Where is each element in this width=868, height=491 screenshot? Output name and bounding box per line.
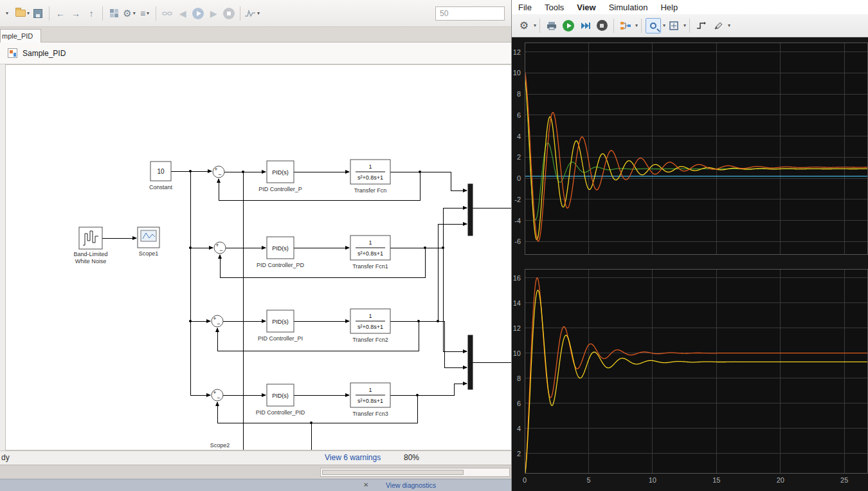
step-forward-icon bbox=[580, 21, 591, 30]
transfer-fcn2-block[interactable]: 1 s²+0.8s+1 Transfer Fcn2 bbox=[350, 309, 390, 343]
status-ready-text: dy bbox=[1, 453, 10, 462]
separator bbox=[539, 19, 540, 33]
y-tick-label: 12 bbox=[513, 48, 521, 56]
caret-icon: ▾ bbox=[683, 23, 686, 28]
pid-controller-pi-block[interactable]: PID(s) PID Controller_PI bbox=[258, 310, 303, 342]
model-tab[interactable]: mple_PID bbox=[0, 29, 41, 42]
menu-simulation[interactable]: Simulation bbox=[602, 0, 655, 14]
close-icon[interactable]: ✕ bbox=[363, 481, 368, 488]
breadcrumb-label[interactable]: Sample_PID bbox=[23, 49, 66, 58]
measurements-button[interactable] bbox=[710, 18, 726, 33]
scope-window: File Tools View Simulation Help ⚙ ▾ ▾ bbox=[511, 0, 868, 491]
zoom-level[interactable]: 80% bbox=[404, 453, 419, 462]
tf-denominator: s²+0.8s+1 bbox=[357, 324, 383, 330]
new-model-caret-icon[interactable]: ▾ bbox=[0, 5, 14, 22]
transfer-fcn-block[interactable]: 1 s²+0.8s+1 Transfer Fcn bbox=[350, 160, 390, 194]
sum-block-3[interactable]: + − bbox=[212, 315, 223, 327]
plus-sign: + bbox=[215, 242, 219, 248]
run-button[interactable] bbox=[191, 5, 205, 22]
tf-label: Transfer Fcn3 bbox=[352, 411, 388, 417]
save-button[interactable] bbox=[31, 5, 45, 22]
horizontal-scrollbar[interactable] bbox=[320, 468, 510, 477]
plus-sign: + bbox=[213, 315, 216, 322]
transfer-fcn3-block[interactable]: 1 s²+0.8s+1 Transfer Fcn3 bbox=[350, 383, 390, 417]
scope-plot-1[interactable]: -6-4-2024681012 bbox=[512, 40, 868, 259]
view-warnings-link[interactable]: View 6 warnings bbox=[325, 453, 381, 462]
plus-sign: + bbox=[214, 166, 217, 172]
zoom-button[interactable] bbox=[646, 18, 661, 33]
run-simulation-button[interactable] bbox=[561, 18, 576, 33]
pid-controller-pd-block[interactable]: PID(s) PID Controller_PD bbox=[257, 237, 305, 268]
step-forward-button[interactable]: ▶ bbox=[206, 5, 221, 22]
minus-sign: − bbox=[217, 320, 220, 327]
menu-help[interactable]: Help bbox=[654, 0, 684, 14]
snapshot-button[interactable] bbox=[544, 18, 559, 33]
caret-icon: ▾ bbox=[663, 23, 665, 28]
pid-label: PID Controller_PID bbox=[256, 409, 305, 416]
model-explorer-button[interactable]: ≡ ▾ bbox=[138, 5, 152, 22]
open-button[interactable]: ▾ bbox=[15, 5, 30, 22]
model-canvas[interactable]: 10 Constant Band-Limited White Noise Sco… bbox=[5, 64, 511, 450]
menu-file[interactable]: File bbox=[512, 0, 538, 14]
separator bbox=[641, 19, 642, 33]
tf-numerator: 1 bbox=[368, 239, 372, 246]
stop-time-input[interactable] bbox=[435, 6, 505, 21]
sum-block-2[interactable]: + − bbox=[214, 242, 226, 254]
scrollbar-thumb[interactable] bbox=[322, 470, 464, 475]
sum-block-1[interactable]: + − bbox=[213, 166, 224, 178]
stop-icon bbox=[223, 8, 235, 19]
scope-display-1[interactable]: -6-4-2024681012 bbox=[512, 40, 868, 259]
step-forward-button[interactable] bbox=[577, 18, 593, 33]
play-icon bbox=[563, 20, 574, 32]
view-diagnostics-link[interactable]: View diagnostics bbox=[386, 481, 436, 489]
y-tick-label: 10 bbox=[513, 69, 521, 77]
scope-menu-bar: File Tools View Simulation Help bbox=[512, 0, 868, 14]
minus-sign: − bbox=[219, 247, 222, 254]
step-back-button[interactable]: ◀ bbox=[176, 5, 190, 22]
constant-label: Constant bbox=[149, 184, 173, 190]
caret-icon: ▾ bbox=[728, 23, 730, 28]
model-tab-label: mple_PID bbox=[2, 32, 33, 40]
separator bbox=[49, 6, 50, 21]
stop-button[interactable] bbox=[222, 5, 236, 22]
trigger-button[interactable] bbox=[694, 18, 709, 33]
pid-controller-pid-block[interactable]: PID(s) PID Controller_PID bbox=[256, 384, 305, 416]
caret-icon: ▾ bbox=[257, 10, 260, 16]
mux1-block[interactable] bbox=[468, 184, 473, 236]
update-diagram-button[interactable] bbox=[160, 5, 174, 22]
tf-numerator: 1 bbox=[368, 313, 372, 319]
scope1-block[interactable]: Scope1 bbox=[138, 227, 159, 257]
back-button[interactable]: ← bbox=[53, 5, 68, 22]
model-config-button[interactable]: ⚙ ▾ bbox=[122, 5, 136, 22]
white-noise-block[interactable]: Band-Limited White Noise bbox=[73, 227, 107, 264]
pen-icon bbox=[714, 21, 723, 30]
settings-gear-icon[interactable]: ⚙ bbox=[516, 18, 532, 33]
signal-selector-button[interactable] bbox=[618, 18, 633, 33]
pid-controller-p-block[interactable]: PID(s) PID Controller_P bbox=[258, 161, 302, 192]
scope-plot-2[interactable]: 2468101214160510152025 bbox=[512, 266, 868, 491]
caret-icon: ▾ bbox=[147, 10, 149, 16]
stop-simulation-button[interactable] bbox=[594, 18, 610, 33]
tf-denominator: s²+0.8s+1 bbox=[357, 398, 383, 404]
noise-label-line1: Band-Limited bbox=[73, 251, 107, 257]
y-tick-label: -6 bbox=[514, 237, 521, 245]
mux2-block[interactable] bbox=[468, 335, 473, 389]
fit-to-view-button[interactable] bbox=[666, 18, 682, 33]
caret-icon: ▾ bbox=[534, 23, 536, 28]
y-tick-label: 10 bbox=[513, 349, 521, 357]
up-button[interactable]: ↑ bbox=[84, 5, 98, 22]
transfer-fcn1-block[interactable]: 1 s²+0.8s+1 Transfer Fcn1 bbox=[350, 236, 390, 270]
constant-block[interactable]: 10 Constant bbox=[149, 162, 173, 190]
y-tick-label: -4 bbox=[514, 217, 521, 225]
x-tick-label: 20 bbox=[777, 476, 784, 484]
sum-block-4[interactable]: + − bbox=[212, 389, 223, 401]
scope-display-2[interactable]: 2468101214160510152025 bbox=[512, 266, 868, 491]
forward-button[interactable]: → bbox=[69, 5, 83, 22]
y-tick-label: 8 bbox=[517, 375, 521, 382]
simulation-display-button[interactable]: ▾ bbox=[244, 5, 260, 22]
menu-view[interactable]: View bbox=[570, 0, 602, 14]
model-breadcrumb: Sample_PID bbox=[0, 42, 511, 64]
library-browser-button[interactable] bbox=[107, 5, 121, 22]
simulink-toolbar: ▾ ▾ ← → ↑ ⚙ ▾ ≡ ▾ bbox=[0, 0, 511, 27]
menu-tools[interactable]: Tools bbox=[538, 0, 570, 14]
